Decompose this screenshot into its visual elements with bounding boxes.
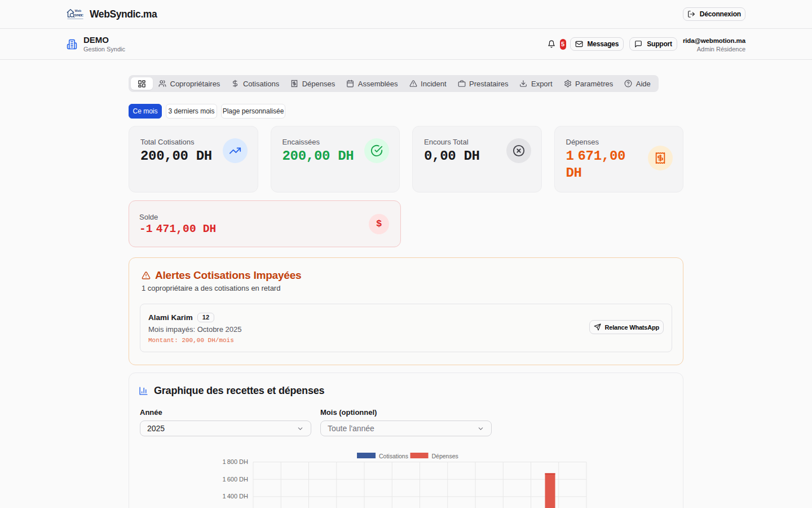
svg-text:1 400 DH: 1 400 DH — [222, 493, 248, 500]
svg-text:1 600 DH: 1 600 DH — [222, 476, 248, 483]
svg-text:Dépenses: Dépenses — [432, 453, 458, 459]
svg-text:1 800 DH: 1 800 DH — [222, 458, 248, 465]
svg-text:Cotisations: Cotisations — [379, 453, 408, 459]
svg-text:SYNDIC: SYNDIC — [74, 14, 84, 17]
svg-text:Web: Web — [75, 9, 82, 12]
